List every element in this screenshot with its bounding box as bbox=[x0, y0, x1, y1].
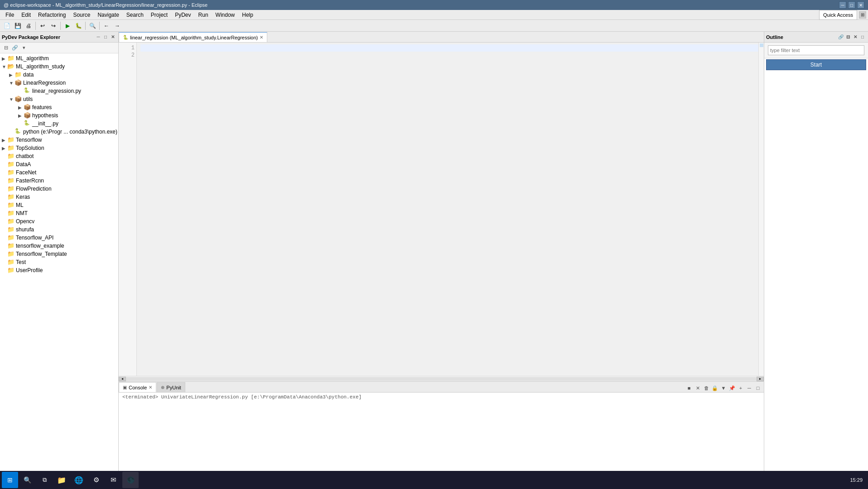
tree-item-tensorflow-example[interactable]: 📁 tensorflow_example bbox=[0, 242, 118, 250]
tree-item-data[interactable]: ▶ 📁 data bbox=[0, 71, 118, 79]
undo-button[interactable]: ↩ bbox=[38, 21, 48, 31]
minimize-button[interactable]: ─ bbox=[839, 1, 846, 9]
editor-tab-linear-regression[interactable]: 🐍 linear_regression (ML_algorithm_study.… bbox=[119, 32, 267, 42]
tree-label: TopSolution bbox=[16, 145, 44, 151]
tree-item-hypothesis[interactable]: ▶ 📦 hypothesis bbox=[0, 111, 118, 120]
tree-item-tensorflow[interactable]: ▶ 📁 Tensorflow bbox=[0, 136, 118, 144]
tree-item-ml[interactable]: 📁 ML bbox=[0, 201, 118, 209]
chrome-btn[interactable]: 🌐 bbox=[71, 472, 87, 488]
run-button[interactable]: ▶ bbox=[63, 21, 72, 31]
clear-console-btn[interactable]: 🗑 bbox=[702, 384, 710, 392]
close-button[interactable]: ✕ bbox=[857, 1, 864, 9]
console-tab-pyunit[interactable]: ⊕ PyUnit bbox=[157, 382, 185, 392]
editor-hscrollbar[interactable]: ◂ ▸ bbox=[119, 376, 764, 381]
outline-collapse-btn[interactable]: ⊟ bbox=[844, 34, 852, 41]
tree-item-nmt[interactable]: 📁 NMT bbox=[0, 209, 118, 217]
tree-item-init-py[interactable]: 🐍 __init__.py bbox=[0, 120, 118, 128]
print-button[interactable]: 🖨 bbox=[24, 21, 34, 31]
scroll-left-btn[interactable]: ◂ bbox=[119, 377, 126, 381]
outline-sync-btn[interactable]: 🔗 bbox=[837, 34, 844, 41]
tree-item-keras[interactable]: 📁 Keras bbox=[0, 193, 118, 201]
outline-close-btn[interactable]: ✕ bbox=[852, 34, 859, 41]
task-view-btn[interactable]: ⧉ bbox=[36, 472, 53, 488]
menu-source[interactable]: Source bbox=[69, 11, 94, 19]
menu-window[interactable]: Window bbox=[212, 11, 239, 19]
console-tab-menu-btn[interactable]: ✕ bbox=[149, 385, 152, 390]
outline-filter-input[interactable] bbox=[768, 45, 864, 55]
tree-item-test[interactable]: 📁 Test bbox=[0, 258, 118, 266]
link-editor-btn[interactable]: 🔗 bbox=[11, 44, 19, 52]
folder-icon: 📁 bbox=[7, 259, 14, 266]
menu-pydev[interactable]: PyDev bbox=[171, 11, 194, 19]
tree-item-utils[interactable]: ▼ 📦 utils bbox=[0, 95, 118, 103]
forward-button[interactable]: → bbox=[112, 21, 122, 31]
search-button[interactable]: 🔍 bbox=[87, 21, 97, 31]
tree-item-facenet[interactable]: 📁 FaceNet bbox=[0, 168, 118, 177]
code-editor[interactable] bbox=[137, 43, 764, 376]
minimize-console-btn[interactable]: ─ bbox=[745, 384, 753, 392]
menu-file[interactable]: File bbox=[2, 11, 18, 19]
tree-item-linear-regression-py[interactable]: 🐍 linear_regression.py bbox=[0, 87, 118, 95]
collapse-all-btn[interactable]: ⊟ bbox=[2, 44, 10, 52]
explorer-maximize-btn[interactable]: □ bbox=[102, 34, 109, 41]
outline-maximize-btn[interactable]: □ bbox=[859, 34, 866, 41]
scroll-lock-btn[interactable]: 🔒 bbox=[711, 384, 719, 392]
settings-btn[interactable]: ⚙ bbox=[88, 472, 104, 488]
mail-btn[interactable]: ✉ bbox=[105, 472, 121, 488]
maximize-console-btn[interactable]: □ bbox=[754, 384, 762, 392]
new-button[interactable]: 📄 bbox=[2, 21, 12, 31]
tree-item-shurufa[interactable]: 📁 shurufa bbox=[0, 225, 118, 234]
tree-item-ml-algorithm[interactable]: ▶ 📁 ML_algorithm bbox=[0, 54, 118, 62]
menu-edit[interactable]: Edit bbox=[18, 11, 34, 19]
explorer-close-btn[interactable]: ✕ bbox=[109, 34, 116, 41]
code-line-1[interactable] bbox=[140, 44, 760, 52]
console-content: <terminated> UnivariateLinearRegression.… bbox=[119, 393, 764, 476]
redo-button[interactable]: ↪ bbox=[48, 21, 58, 31]
terminate-btn[interactable]: ■ bbox=[685, 384, 693, 392]
console-tab-console[interactable]: ▣ Console ✕ bbox=[119, 382, 156, 392]
menu-help[interactable]: Help bbox=[238, 11, 257, 19]
menu-refactoring[interactable]: Refactoring bbox=[34, 11, 69, 19]
menu-project[interactable]: Project bbox=[147, 11, 171, 19]
menu-run[interactable]: Run bbox=[195, 11, 212, 19]
start-button[interactable]: Start bbox=[766, 59, 866, 70]
code-line-2[interactable] bbox=[140, 52, 760, 59]
scroll-right-btn[interactable]: ▸ bbox=[757, 377, 764, 381]
console-menu-btn[interactable]: ▼ bbox=[719, 384, 728, 392]
eclipse-taskbar-btn[interactable]: 🌑 bbox=[122, 472, 139, 488]
back-button[interactable]: ← bbox=[101, 21, 111, 31]
menu-navigate[interactable]: Navigate bbox=[94, 11, 122, 19]
explorer-menu-btn[interactable]: ▾ bbox=[20, 44, 28, 52]
scroll-track[interactable] bbox=[126, 377, 757, 381]
tree-item-userprofile[interactable]: 📁 UserProfile bbox=[0, 266, 118, 274]
tree-item-ml-algorithm-study[interactable]: ▼ 📂 ML_algorithm_study bbox=[0, 62, 118, 71]
pin-console-btn[interactable]: 📌 bbox=[728, 384, 736, 392]
file-explorer-taskbar-btn[interactable]: 📁 bbox=[53, 472, 70, 488]
perspective-button[interactable]: ⊞ bbox=[859, 11, 866, 19]
debug-button[interactable]: 🐛 bbox=[73, 21, 83, 31]
tree-item-topsolution[interactable]: ▶ 📁 TopSolution bbox=[0, 144, 118, 152]
save-button[interactable]: 💾 bbox=[13, 21, 23, 31]
remove-terminated-btn[interactable]: ✕ bbox=[694, 384, 702, 392]
new-console-btn[interactable]: + bbox=[737, 384, 745, 392]
tree-item-tensorflow-template[interactable]: 📁 Tensorflow_Template bbox=[0, 250, 118, 258]
start-menu-btn[interactable]: ⊞ bbox=[2, 472, 18, 488]
tree-item-chatbot[interactable]: 📁 chatbot bbox=[0, 152, 118, 160]
explorer-minimize-btn[interactable]: ─ bbox=[95, 34, 102, 41]
tree-item-fasterrcnn[interactable]: 📁 FasterRcnn bbox=[0, 177, 118, 185]
tree-view[interactable]: ▶ 📁 ML_algorithm ▼ 📂 ML_algorithm_study … bbox=[0, 53, 118, 476]
tree-label: Keras bbox=[16, 194, 30, 200]
search-taskbar-btn[interactable]: 🔍 bbox=[19, 472, 35, 488]
tree-item-features[interactable]: ▶ 📦 features bbox=[0, 103, 118, 111]
line-number: 2 bbox=[119, 52, 135, 59]
tree-item-python-interp[interactable]: 🐍 python (e:\Progr ... conda3\python.exe… bbox=[0, 128, 118, 136]
quick-access-button[interactable]: Quick Access bbox=[819, 10, 857, 20]
tree-item-opencv[interactable]: 📁 Opencv bbox=[0, 217, 118, 225]
menu-search[interactable]: Search bbox=[123, 11, 147, 19]
maximize-button[interactable]: □ bbox=[848, 1, 855, 9]
tree-item-linear-regression[interactable]: ▼ 📦 LinearRegression bbox=[0, 79, 118, 87]
tree-item-dataa[interactable]: 📁 DataA bbox=[0, 160, 118, 168]
tree-item-flowprediction[interactable]: 📁 FlowPrediction bbox=[0, 185, 118, 193]
tree-item-tensorflow-api[interactable]: 📁 Tensorflow_API bbox=[0, 234, 118, 242]
tab-close-btn[interactable]: ✕ bbox=[260, 35, 263, 40]
